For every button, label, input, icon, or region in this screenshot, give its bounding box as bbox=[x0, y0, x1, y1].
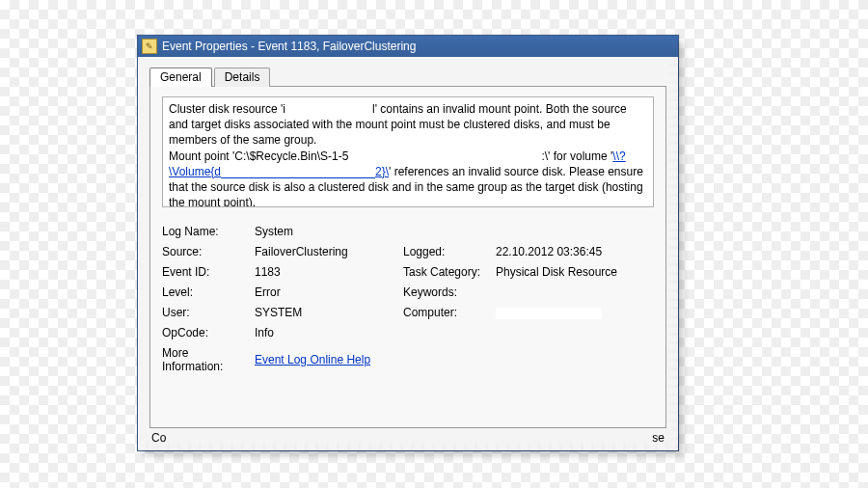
label-log-name: Log Name: bbox=[162, 225, 251, 238]
window-title: Event Properties - Event 1183, FailoverC… bbox=[162, 40, 416, 53]
tab-panel-general: Cluster disk resource 'il' contains an i… bbox=[149, 86, 666, 428]
event-properties-window: ✎ Event Properties - Event 1183, Failove… bbox=[137, 35, 679, 451]
desc-text: Cluster disk resource 'i bbox=[169, 102, 285, 116]
tab-details-label: Details bbox=[225, 70, 260, 84]
event-description[interactable]: Cluster disk resource 'il' contains an i… bbox=[162, 96, 654, 207]
button-fragment-left[interactable]: Co bbox=[151, 431, 166, 445]
redacted-sid bbox=[348, 150, 541, 162]
event-icon: ✎ bbox=[142, 39, 157, 54]
label-user: User: bbox=[162, 306, 251, 319]
label-opcode: OpCode: bbox=[162, 326, 251, 339]
label-task-category: Task Category: bbox=[403, 265, 492, 279]
value-level: Error bbox=[255, 285, 399, 299]
button-fragment-right[interactable]: se bbox=[652, 431, 665, 445]
value-log-name: System bbox=[255, 225, 654, 238]
label-keywords: Keywords: bbox=[403, 285, 492, 299]
value-task-category: Physical Disk Resource bbox=[496, 265, 654, 279]
event-fields: Log Name: System Source: FailoverCluster… bbox=[162, 225, 654, 373]
tab-details[interactable]: Details bbox=[214, 68, 271, 87]
value-computer bbox=[496, 306, 654, 319]
tab-general[interactable]: General bbox=[149, 68, 212, 87]
tab-general-label: General bbox=[160, 70, 202, 84]
desc-text: Mount point 'C:\$Recycle.Bin\S-1-5 bbox=[169, 149, 348, 163]
value-source: FailoverClustering bbox=[255, 245, 399, 258]
label-computer: Computer: bbox=[403, 306, 492, 319]
event-log-online-help-link[interactable]: Event Log Online Help bbox=[255, 353, 370, 366]
tab-strip: General Details bbox=[149, 67, 666, 86]
redacted-disk-name bbox=[285, 104, 372, 116]
label-source: Source: bbox=[162, 245, 251, 258]
value-event-id: 1183 bbox=[255, 265, 399, 279]
titlebar[interactable]: ✎ Event Properties - Event 1183, Failove… bbox=[138, 36, 678, 57]
redacted-computer bbox=[496, 308, 602, 319]
label-logged: Logged: bbox=[403, 245, 492, 258]
value-opcode: Info bbox=[255, 326, 654, 339]
redacted-volume-guid bbox=[221, 166, 375, 178]
value-user: SYSTEM bbox=[255, 306, 399, 319]
value-logged: 22.10.2012 03:36:45 bbox=[496, 245, 654, 258]
label-level: Level: bbox=[162, 285, 251, 299]
label-more-info: More Information: bbox=[162, 346, 251, 373]
desc-text: :\' for volume ' bbox=[541, 149, 612, 163]
value-more-info: Event Log Online Help bbox=[255, 353, 654, 366]
label-event-id: Event ID: bbox=[162, 265, 251, 279]
client-area: General Details Cluster disk resource 'i… bbox=[138, 57, 678, 450]
